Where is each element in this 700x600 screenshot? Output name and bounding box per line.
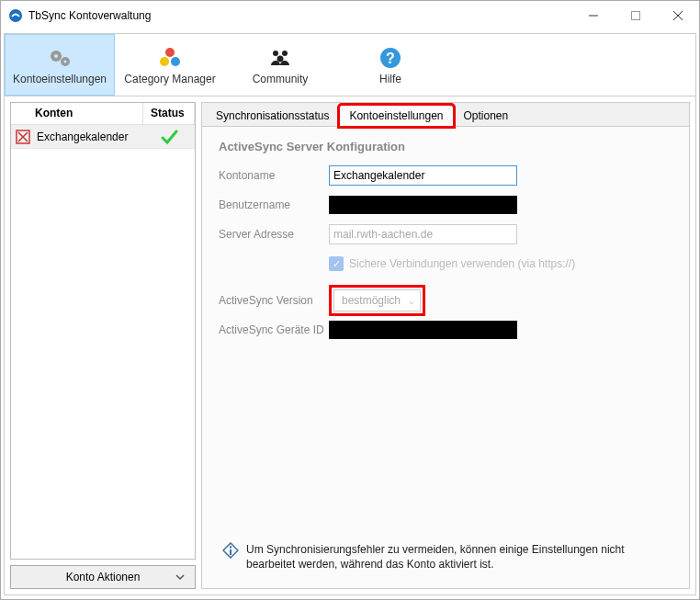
column-header-konten[interactable]: Konten — [11, 103, 143, 124]
category-icon — [157, 45, 183, 71]
toolbar-help[interactable]: ? Hilfe — [335, 34, 446, 96]
account-list: Konten Status Exchangekalender — [10, 102, 196, 560]
window-title: TbSync Kontoverwaltung — [28, 9, 151, 22]
info-icon — [222, 542, 239, 572]
settings-tabs: Synchronisationsstatus Kontoeinstellunge… — [202, 103, 689, 127]
account-actions-label: Konto Aktionen — [66, 571, 141, 583]
account-name: Exchangekalender — [35, 130, 143, 143]
svg-point-13 — [282, 51, 288, 56]
server-input — [329, 224, 517, 244]
toolbar-label: Community — [253, 73, 309, 85]
device-id-label: ActiveSync Geräte ID — [219, 323, 329, 336]
benutzername-redacted — [329, 196, 517, 214]
tab-sync-status[interactable]: Synchronisationsstatus — [206, 105, 339, 127]
main-toolbar: Kontoeinstellungen Category Manager Comm… — [5, 34, 695, 96]
window-titlebar: TbSync Kontoverwaltung — [1, 1, 699, 30]
maximize-button[interactable] — [615, 1, 657, 30]
toolbar-label: Category Manager — [124, 73, 215, 85]
section-title: ActiveSync Server Konfiguration — [219, 140, 672, 153]
account-status-ok — [143, 128, 195, 146]
device-id-redacted — [329, 321, 517, 339]
chevron-down-icon — [175, 572, 186, 583]
footer-note-text: Um Synchronisierungsfehler zu vermeiden,… — [246, 542, 669, 572]
svg-point-9 — [165, 48, 175, 57]
chevron-down-icon: ⌵ — [409, 296, 414, 306]
svg-point-12 — [273, 51, 278, 56]
help-icon: ? — [378, 45, 403, 71]
benutzername-label: Benutzername — [219, 198, 329, 211]
svg-point-19 — [230, 546, 231, 548]
svg-rect-20 — [230, 549, 231, 555]
svg-point-0 — [9, 9, 22, 22]
close-button[interactable] — [657, 1, 699, 30]
secure-checkbox: ✓ — [329, 256, 344, 271]
tab-options[interactable]: Optionen — [454, 105, 519, 127]
svg-text:?: ? — [386, 51, 395, 66]
toolbar-category-manager[interactable]: Category Manager — [115, 34, 225, 96]
toolbar-label: Kontoeinstellungen — [13, 73, 107, 85]
toolbar-label: Hilfe — [379, 73, 401, 85]
svg-point-8 — [64, 60, 67, 62]
app-icon — [8, 8, 23, 23]
as-version-select: bestmöglich ⌵ — [333, 289, 421, 311]
kontoname-input[interactable] — [329, 165, 517, 186]
exchange-icon — [11, 130, 35, 144]
svg-point-7 — [54, 54, 58, 58]
minimize-button[interactable] — [572, 1, 615, 30]
svg-point-14 — [277, 55, 284, 62]
toolbar-community[interactable]: Community — [225, 34, 335, 96]
svg-rect-2 — [632, 12, 640, 20]
gears-icon — [47, 45, 73, 71]
column-header-status[interactable]: Status — [143, 103, 195, 124]
secure-checkbox-label: Sichere Verbindungen verwenden (via http… — [349, 257, 575, 270]
account-actions-dropdown[interactable]: Konto Aktionen — [10, 565, 196, 589]
svg-point-11 — [171, 57, 180, 66]
kontoname-label: Kontoname — [219, 169, 329, 182]
server-label: Server Adresse — [219, 228, 329, 241]
account-row[interactable]: Exchangekalender — [11, 125, 195, 149]
toolbar-account-settings[interactable]: Kontoeinstellungen — [5, 34, 115, 96]
community-icon — [267, 45, 293, 71]
as-version-label: ActiveSync Version — [219, 294, 329, 307]
tab-account-settings[interactable]: Kontoeinstellungen — [339, 105, 453, 127]
svg-point-10 — [160, 57, 169, 66]
